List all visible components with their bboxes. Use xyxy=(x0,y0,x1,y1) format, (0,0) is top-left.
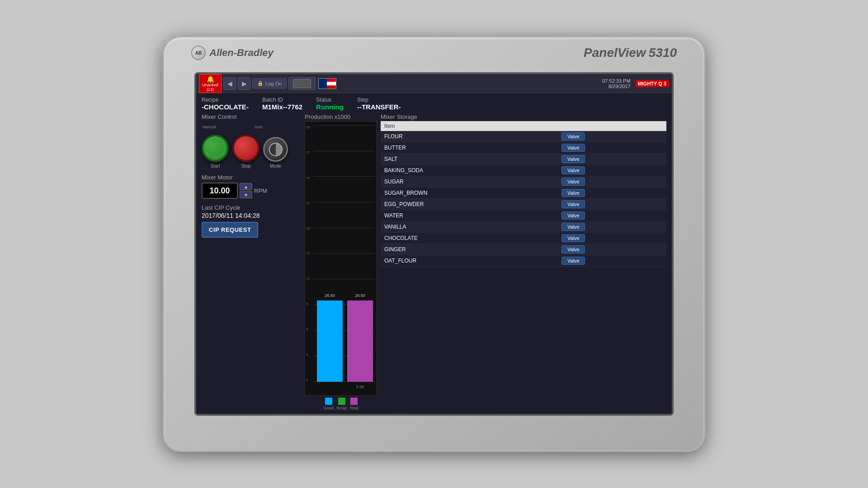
storage-item-name: EGG_POWDER xyxy=(381,199,558,210)
alarm-count: (13) xyxy=(207,87,214,92)
storage-row-6: EGG_POWDER Valve xyxy=(381,199,666,210)
valve-button-10[interactable]: Valve xyxy=(561,245,585,253)
brand-name: Allen-Bradley xyxy=(209,47,274,59)
legend-total-label: Total xyxy=(349,406,358,410)
recipe-label: Recipe xyxy=(202,97,249,103)
screen-bezel: 🔔 Unacked (13) ◀ ▶ 🔒 Log On xyxy=(194,72,674,416)
stop-label: Stop xyxy=(241,164,251,169)
storage-row-4: SUGAR Valve xyxy=(381,176,666,188)
mixer-control-title: Mixer Control xyxy=(202,113,301,120)
stop-control: Stop xyxy=(232,135,259,169)
storage-valve-cell: Valve xyxy=(558,131,666,142)
panel-top-bar: AB Allen-Bradley PanelView 5310 xyxy=(191,46,677,60)
forward-button[interactable]: ▶ xyxy=(238,77,250,90)
valve-button-3[interactable]: Valve xyxy=(561,166,585,174)
step-field: Step --TRANSFER- xyxy=(357,97,401,111)
storage-valve-cell: Valve xyxy=(558,210,666,221)
toolbar: 🔔 Unacked (13) ◀ ▶ 🔒 Log On xyxy=(196,74,672,93)
valve-button-9[interactable]: Valve xyxy=(561,234,585,242)
storage-row-0: FLOUR Valve xyxy=(381,131,666,142)
screen-icon xyxy=(293,79,311,88)
batch-value: M1Mix--7762 xyxy=(262,103,302,111)
start-label: Start xyxy=(210,164,220,169)
storage-valve-cell: Valve xyxy=(558,142,666,154)
y-label-0: 0 xyxy=(306,378,310,382)
screen-button[interactable] xyxy=(288,77,316,90)
alarm-unacked-label: Unacked xyxy=(202,83,218,87)
y-label-9: 9 xyxy=(306,302,310,306)
legend-good-color xyxy=(325,398,332,405)
batch-label: Batch ID xyxy=(262,97,302,103)
mode-labels: Manual Auto xyxy=(202,125,263,130)
storage-item-name: SALT xyxy=(381,154,558,165)
back-button[interactable]: ◀ xyxy=(223,77,236,90)
recipe-field: Recipe -CHOCOLATE- xyxy=(202,97,249,111)
cip-request-button[interactable]: CIP REQUEST xyxy=(202,222,258,238)
y-label-18: 18 xyxy=(306,226,310,230)
storage-table: Item FLOUR Valve BUTTER Valve SALT xyxy=(381,121,666,267)
total-bar xyxy=(347,300,373,382)
mode-button[interactable] xyxy=(263,137,288,162)
storage-item-name: BUTTER xyxy=(381,142,558,154)
valve-button-8[interactable]: Valve xyxy=(561,223,585,231)
storage-valve-cell: Valve xyxy=(558,188,666,199)
legend-scrap-color xyxy=(338,398,345,405)
lock-icon: 🔒 xyxy=(257,80,264,86)
rpm-down-button[interactable]: ▼ xyxy=(240,191,252,198)
panel-device: AB Allen-Bradley PanelView 5310 🔔 Unacke… xyxy=(163,36,705,452)
storage-row-1: BUTTER Valve xyxy=(381,142,666,154)
y-label-15: 15 xyxy=(306,251,310,255)
storage-valve-cell: Valve xyxy=(558,154,666,165)
rpm-up-button[interactable]: ▲ xyxy=(240,183,252,190)
logon-button[interactable]: 🔒 Log On xyxy=(252,78,287,89)
valve-button-1[interactable]: Valve xyxy=(561,144,585,152)
controls-row: Start Stop Mode xyxy=(202,135,301,169)
date-value: 8/29/2017 xyxy=(602,84,630,89)
language-button[interactable] xyxy=(317,77,337,90)
y-label-24: 24 xyxy=(306,176,310,180)
storage-valve-cell: Valve xyxy=(558,233,666,244)
storage-row-3: BAKING_SODA Valve xyxy=(381,165,666,176)
cip-title: Last CIP Cycle xyxy=(202,204,301,211)
valve-button-2[interactable]: Valve xyxy=(561,155,585,163)
legend-scrap: Scrap xyxy=(336,398,347,410)
col-valve-header xyxy=(558,121,666,131)
storage-item-name: VANILLA xyxy=(381,221,558,233)
storage-item-name: WATER xyxy=(381,210,558,221)
col-item-header: Item xyxy=(381,121,558,131)
cip-date: 2017/06/11 14:04:28 xyxy=(202,212,301,219)
valve-button-4[interactable]: Valve xyxy=(561,178,585,186)
good-bar xyxy=(317,300,343,382)
info-row: Recipe -CHOCOLATE- Batch ID M1Mix--7762 … xyxy=(202,97,666,111)
logon-label: Log On xyxy=(265,81,282,86)
storage-panel: Mixer Storage Item FLOUR Valve xyxy=(381,113,666,410)
valve-button-0[interactable]: Valve xyxy=(561,132,585,141)
rpm-label: RPM xyxy=(254,188,267,194)
y-label-27: 27 xyxy=(306,150,310,155)
storage-valve-cell: Valve xyxy=(558,244,666,255)
storage-item-name: OAT_FLOUR xyxy=(381,255,558,267)
valve-button-7[interactable]: Valve xyxy=(561,211,585,220)
ab-logo: AB xyxy=(191,46,206,60)
valve-button-11[interactable]: Valve xyxy=(561,257,585,265)
storage-item-name: GINGER xyxy=(381,244,558,255)
alarm-button[interactable]: 🔔 Unacked (13) xyxy=(199,74,222,93)
storage-item-name: BAKING_SODA xyxy=(381,165,558,176)
rpm-input[interactable] xyxy=(202,183,238,199)
valve-button-5[interactable]: Valve xyxy=(561,189,585,197)
stop-button[interactable] xyxy=(232,135,259,162)
status-value: Running xyxy=(316,103,344,111)
step-label: Step xyxy=(357,97,401,103)
legend-total-color xyxy=(350,398,358,405)
storage-valve-cell: Valve xyxy=(558,176,666,188)
valve-button-6[interactable]: Valve xyxy=(561,200,585,208)
storage-valve-cell: Valve xyxy=(558,255,666,267)
good-bar-label: 26.50 xyxy=(325,293,335,298)
storage-item-name: SUGAR_BROWN xyxy=(381,188,558,199)
storage-title: Mixer Storage xyxy=(381,113,666,120)
recipe-value: -CHOCOLATE- xyxy=(202,103,249,111)
start-button[interactable] xyxy=(202,135,229,162)
scrap-bar-label: 0.00 xyxy=(356,385,364,389)
status-field: Status Running xyxy=(316,97,344,111)
mode-control: Mode xyxy=(263,137,288,169)
